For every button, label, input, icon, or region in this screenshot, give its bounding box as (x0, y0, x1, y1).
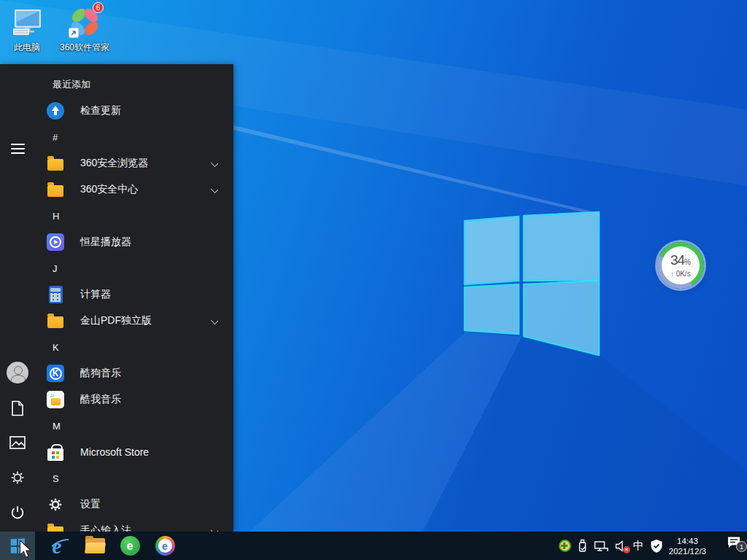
section-header-hash[interactable]: # (35, 124, 233, 150)
taskbar-360-speed-browser-button[interactable]: e (147, 532, 182, 560)
ie-icon: e (53, 537, 62, 556)
tray-time: 14:43 (669, 536, 706, 546)
calculator-icon (47, 286, 64, 303)
folder-item-kingsoft-pdf[interactable]: 金山PDF独立版 (35, 308, 233, 334)
settings-gear-icon (47, 496, 64, 513)
section-header-m[interactable]: M (35, 413, 233, 439)
microsoft-store-icon (47, 443, 64, 461)
pictures-button[interactable] (0, 428, 35, 457)
desktop: 此电脑 6 360软件管家 34% ↑ 0K/s (0, 0, 747, 560)
volume-button[interactable]: × (615, 540, 627, 552)
folder-icon (47, 312, 64, 330)
desktop-icon-this-pc[interactable]: 此电脑 (0, 4, 54, 54)
start-menu-rail (0, 64, 35, 532)
clock[interactable]: 14:43 2021/12/3 (669, 536, 706, 556)
app-item-kuwo-music[interactable]: 酷我音乐 (35, 386, 233, 413)
user-account-button[interactable] (0, 358, 35, 387)
action-center-button[interactable]: 1 (727, 536, 741, 549)
power-icon (9, 505, 26, 521)
windows-logo-icon (11, 538, 25, 553)
user-avatar-icon (7, 362, 28, 384)
shortcut-arrow-icon (69, 28, 79, 38)
kugou-music-icon (47, 365, 64, 382)
hengxing-player-icon (47, 233, 64, 251)
app-item-settings[interactable]: 设置 (35, 491, 233, 518)
desktop-icon-label: 360软件管家 (60, 42, 109, 54)
folder-icon (47, 155, 64, 172)
folder-item-360-browser[interactable]: 360安全浏览器 (35, 150, 233, 176)
usb-device-icon[interactable] (577, 539, 588, 553)
tray-date: 2021/12/3 (669, 546, 706, 556)
app-list: 最近添加 检查更新 # 360安全浏览器 360安全中心 H (35, 64, 233, 532)
kuwo-music-icon (47, 391, 64, 408)
folder-icon (47, 522, 64, 532)
chevron-down-icon (211, 186, 218, 193)
desktop-icon-360-software-manager[interactable]: 6 360软件管家 (58, 4, 112, 54)
taskbar: e e e (0, 532, 747, 560)
taskbar-file-explorer-button[interactable] (77, 532, 112, 560)
app-item-hengxing-player[interactable]: 恒星播放器 (35, 229, 233, 255)
recently-added-header: 最近添加 (35, 71, 233, 98)
float-ball-inner: 34% ↑ 0K/s (662, 246, 700, 284)
documents-button[interactable] (0, 394, 35, 423)
network-icon[interactable] (594, 540, 609, 553)
section-header-h[interactable]: H (35, 203, 233, 229)
pictures-icon (9, 435, 26, 450)
document-icon (10, 400, 25, 416)
file-explorer-icon (85, 538, 105, 553)
app-item-check-updates[interactable]: 检查更新 (35, 98, 233, 124)
360-safe-browser-icon: e (120, 536, 140, 556)
taskbar-ie-button[interactable]: e (39, 532, 74, 560)
folder-item-shouxin-ime[interactable]: 手心输入法 (35, 518, 233, 532)
folder-item-360-security[interactable]: 360安全中心 (35, 176, 233, 203)
start-button[interactable] (0, 532, 35, 560)
desktop-icon-label: 此电脑 (14, 42, 40, 54)
upload-arrow-icon: ↑ (670, 271, 674, 278)
this-pc-icon (9, 4, 44, 39)
defender-shield-icon[interactable] (650, 539, 663, 553)
360-speed-float-ball[interactable]: 34% ↑ 0K/s (657, 242, 704, 289)
hamburger-icon (11, 144, 25, 154)
power-button[interactable] (0, 498, 35, 527)
app-item-microsoft-store[interactable]: Microsoft Store (35, 439, 233, 465)
notification-count-badge: 1 (736, 541, 747, 552)
mute-x-badge: × (623, 546, 630, 553)
menu-expand-button[interactable] (0, 134, 35, 163)
chevron-down-icon (211, 317, 218, 324)
network-speed: ↑ 0K/s (670, 270, 690, 278)
gear-icon (9, 470, 26, 486)
rail-settings-button[interactable] (0, 463, 35, 492)
app-item-kugou-music[interactable]: 酷狗音乐 (35, 360, 233, 386)
memory-usage-percent: 34% (670, 254, 691, 269)
update-count-badge: 6 (93, 2, 104, 13)
system-tray: × 中 14:43 2021/12/3 (559, 532, 706, 560)
section-header-j[interactable]: J (35, 255, 233, 281)
360-tray-icon[interactable] (559, 540, 571, 552)
chevron-down-icon (211, 160, 218, 167)
check-updates-icon (47, 102, 64, 120)
start-menu: 最近添加 检查更新 # 360安全浏览器 360安全中心 H (0, 64, 233, 532)
folder-icon (47, 181, 64, 198)
taskbar-360-safe-browser-button[interactable]: e (112, 532, 147, 560)
360-speed-browser-icon: e (155, 536, 175, 556)
app-item-calculator[interactable]: 计算器 (35, 281, 233, 308)
ime-indicator[interactable]: 中 (633, 539, 644, 553)
section-header-k[interactable]: K (35, 334, 233, 360)
section-header-s[interactable]: S (35, 465, 233, 491)
